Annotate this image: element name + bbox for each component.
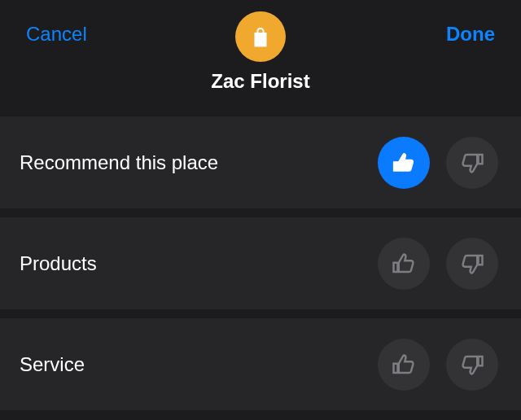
rating-row-label: Products [20,252,97,275]
thumbs-down-button[interactable] [446,339,498,391]
done-button[interactable]: Done [446,23,495,46]
thumbs-up-button[interactable] [378,339,430,391]
thumbs-up-button[interactable] [378,137,430,189]
rating-list: Recommend this place Products [0,116,521,410]
cancel-button[interactable]: Cancel [26,23,87,46]
rating-row-service: Service [0,317,521,410]
thumbs-up-icon [392,352,416,377]
rating-row-products: Products [0,217,521,309]
place-title: Zac Florist [211,70,309,93]
vote-group [378,339,498,391]
thumbs-down-button[interactable] [446,137,498,189]
thumbs-up-button[interactable] [378,238,430,290]
rating-row-label: Recommend this place [20,151,218,174]
thumbs-up-icon [392,252,416,276]
thumbs-down-icon [460,151,484,175]
vote-group [378,137,498,189]
thumbs-down-button[interactable] [446,238,498,290]
thumbs-up-icon [392,151,416,175]
rating-row-recommend: Recommend this place [0,116,521,208]
place-category-icon [235,11,286,62]
thumbs-down-icon [460,252,484,276]
thumbs-down-icon [460,352,484,377]
rating-header: Cancel Done Zac Florist [0,0,521,106]
shopping-bag-icon [248,24,273,49]
rating-row-label: Service [20,353,85,376]
vote-group [378,238,498,290]
